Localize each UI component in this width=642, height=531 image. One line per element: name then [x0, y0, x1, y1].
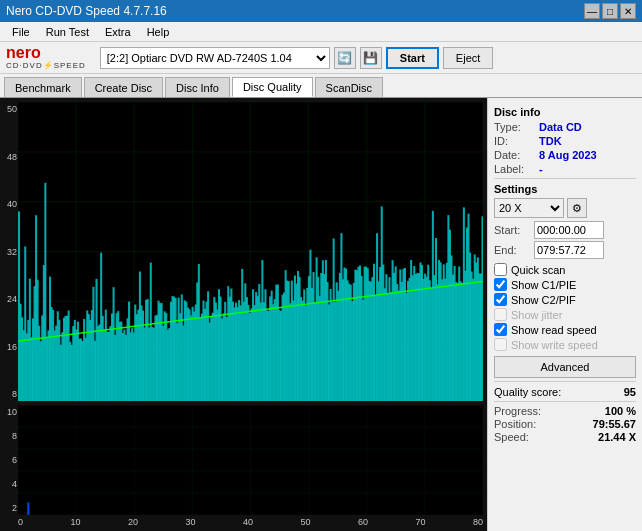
position-row: Position: 79:55.67 — [494, 418, 636, 430]
show-c1pie-label: Show C1/PIE — [511, 279, 576, 291]
disc-info-label: Disc info — [494, 106, 636, 118]
position-val: 79:55.67 — [593, 418, 636, 430]
quality-label: Quality score: — [494, 386, 561, 398]
progress-val: 100 % — [605, 405, 636, 417]
show-read-row: Show read speed — [494, 323, 636, 336]
disc-type-val: Data CD — [539, 121, 582, 133]
show-read-checkbox[interactable] — [494, 323, 507, 336]
show-c1pie-checkbox[interactable] — [494, 278, 507, 291]
divider-3 — [494, 401, 636, 402]
chart-area: 50 48 40 32 24 16 8 10 8 6 4 2 — [0, 98, 487, 531]
minimize-button[interactable]: — — [584, 3, 600, 19]
show-c2pif-row: Show C2/PIF — [494, 293, 636, 306]
right-panel: Disc info Type: Data CD ID: TDK Date: 8 … — [487, 98, 642, 531]
chart-top-canvas-area — [18, 102, 483, 401]
eject-button[interactable]: Eject — [443, 47, 493, 69]
show-c2pif-checkbox[interactable] — [494, 293, 507, 306]
advanced-button[interactable]: Advanced — [494, 356, 636, 378]
speed-val: 21.44 X — [598, 431, 636, 443]
quick-scan-checkbox[interactable] — [494, 263, 507, 276]
tab-bar: Benchmark Create Disc Disc Info Disc Qua… — [0, 74, 642, 98]
app-title: Nero CD-DVD Speed 4.7.7.16 — [6, 4, 167, 18]
start-time-row: Start: — [494, 221, 636, 239]
disc-label-row: Label: - — [494, 163, 636, 175]
end-input[interactable] — [534, 241, 604, 259]
tab-benchmark[interactable]: Benchmark — [4, 77, 82, 97]
menu-file[interactable]: File — [4, 24, 38, 40]
toolbar: nero CD·DVD⚡SPEED [2:2] Optiarc DVD RW A… — [0, 42, 642, 74]
disc-id-key: ID: — [494, 135, 539, 147]
speed-row-progress: Speed: 21.44 X — [494, 431, 636, 443]
progress-row: Progress: 100 % — [494, 405, 636, 417]
main-content: 50 48 40 32 24 16 8 10 8 6 4 2 — [0, 98, 642, 531]
menu-bar: File Run Test Extra Help — [0, 22, 642, 42]
menu-run-test[interactable]: Run Test — [38, 24, 97, 40]
quality-row: Quality score: 95 — [494, 386, 636, 398]
divider-2 — [494, 381, 636, 382]
tab-disc-quality[interactable]: Disc Quality — [232, 77, 313, 97]
settings-label: Settings — [494, 183, 636, 195]
tab-disc-info[interactable]: Disc Info — [165, 77, 230, 97]
logo-cdspeed: CD·DVD⚡SPEED — [6, 61, 86, 70]
quick-scan-label: Quick scan — [511, 264, 565, 276]
maximize-button[interactable]: □ — [602, 3, 618, 19]
tab-create-disc[interactable]: Create Disc — [84, 77, 163, 97]
disc-id-val: TDK — [539, 135, 562, 147]
quick-scan-row: Quick scan — [494, 263, 636, 276]
show-read-label: Show read speed — [511, 324, 597, 336]
show-write-row: Show write speed — [494, 338, 636, 351]
title-bar: Nero CD-DVD Speed 4.7.7.16 — □ ✕ — [0, 0, 642, 22]
show-c2pif-label: Show C2/PIF — [511, 294, 576, 306]
chart-bottom-canvas — [18, 405, 483, 515]
speed-row: 20 X ⚙ — [494, 198, 636, 218]
disc-date-row: Date: 8 Aug 2023 — [494, 149, 636, 161]
disc-type-row: Type: Data CD — [494, 121, 636, 133]
show-jitter-row: Show jitter — [494, 308, 636, 321]
speed-key: Speed: — [494, 431, 529, 443]
position-key: Position: — [494, 418, 536, 430]
disc-type-key: Type: — [494, 121, 539, 133]
disc-label-val: - — [539, 163, 543, 175]
disc-date-key: Date: — [494, 149, 539, 161]
menu-extra[interactable]: Extra — [97, 24, 139, 40]
drive-select[interactable]: [2:2] Optiarc DVD RW AD-7240S 1.04 — [100, 47, 330, 69]
tab-scandisc[interactable]: ScanDisc — [315, 77, 383, 97]
chart-bottom-y-labels: 10 8 6 4 2 — [4, 405, 18, 515]
start-button[interactable]: Start — [386, 47, 439, 69]
disc-id-row: ID: TDK — [494, 135, 636, 147]
divider-1 — [494, 178, 636, 179]
chart-top-canvas — [18, 102, 483, 401]
show-write-label: Show write speed — [511, 339, 598, 351]
disc-date-val: 8 Aug 2023 — [539, 149, 597, 161]
end-label: End: — [494, 244, 534, 256]
start-label: Start: — [494, 224, 534, 236]
chart-bottom-canvas-area — [18, 405, 483, 515]
end-time-row: End: — [494, 241, 636, 259]
menu-help[interactable]: Help — [139, 24, 178, 40]
start-input[interactable] — [534, 221, 604, 239]
logo-nero: nero — [6, 45, 86, 61]
show-c1pie-row: Show C1/PIE — [494, 278, 636, 291]
show-jitter-label: Show jitter — [511, 309, 562, 321]
logo: nero CD·DVD⚡SPEED — [6, 45, 86, 70]
show-jitter-checkbox[interactable] — [494, 308, 507, 321]
disc-label-key: Label: — [494, 163, 539, 175]
save-button[interactable]: 💾 — [360, 47, 382, 69]
speed-select[interactable]: 20 X — [494, 198, 564, 218]
settings-icon-button[interactable]: ⚙ — [567, 198, 587, 218]
progress-key: Progress: — [494, 405, 541, 417]
quality-value: 95 — [624, 386, 636, 398]
close-button[interactable]: ✕ — [620, 3, 636, 19]
window-controls: — □ ✕ — [584, 3, 636, 19]
refresh-drive-button[interactable]: 🔄 — [334, 47, 356, 69]
show-write-checkbox[interactable] — [494, 338, 507, 351]
chart-top-y-labels: 50 48 40 32 24 16 8 — [4, 102, 18, 401]
